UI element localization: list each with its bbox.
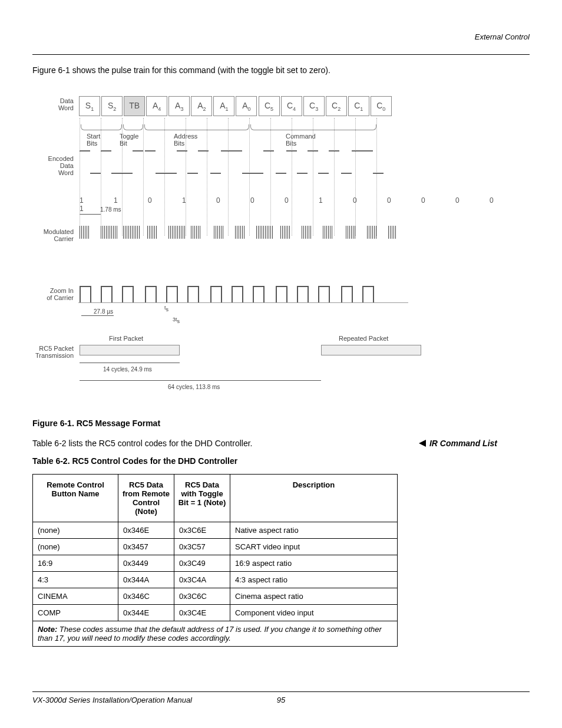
dw-a3: A3 [168, 96, 190, 116]
side-heading-text: IR Command List [429, 439, 497, 448]
packet-time-1: 14 cycles, 24.9 ms [103, 366, 152, 373]
table-row: COMP0x344E0x3C4EComponent video input [33, 605, 398, 621]
dw-c1: C1 [348, 96, 369, 116]
header-section: External Control [32, 32, 530, 41]
packet-row [80, 345, 421, 355]
packet-arrow-2 [80, 380, 321, 381]
label-modulated: Modulated Carrier [32, 228, 74, 242]
data-word-row: S1 S2 TB A4 A3 A2 A1 A0 C5 C4 C3 C2 C1 C… [80, 96, 392, 116]
table-body: (none)0x346E0x3C6ENative aspect ratio (n… [33, 522, 398, 647]
dw-s2: S2 [101, 96, 123, 116]
table-row: 4:30x344A0x3C4A4:3 aspect ratio [33, 572, 398, 588]
table-row: 16:90x34490x3C4916:9 aspect ratio [33, 555, 398, 572]
dw-c3: C3 [303, 96, 325, 116]
zoom-arrow [81, 315, 114, 316]
table-row: (none)0x34570x3C57SCART video input [33, 539, 398, 555]
footer-manual: VX-3000d Series Installation/Operation M… [32, 696, 192, 704]
intro-paragraph: Figure 6-1 shows the pulse train for thi… [32, 65, 530, 75]
th-button: Remote Control Button Name [33, 475, 118, 522]
zoom-baseline [78, 302, 408, 303]
side-heading: IR Command List [419, 439, 497, 448]
dw-s1: S1 [79, 96, 100, 116]
bit-time-arrow [80, 214, 101, 215]
table-caption: Table 6-2. RC5 Control Codes for the DHD… [32, 456, 530, 466]
th-desc: Description [230, 475, 398, 522]
packet-first-label: First Packet [109, 335, 143, 342]
label-packet: RC5 Packet Transmission [32, 345, 74, 359]
packet-repeat-label: Repeated Packet [339, 335, 388, 342]
footer-page: 95 [277, 696, 285, 704]
label-encoded: Encoded Data Word [32, 155, 74, 176]
dw-c5: C5 [259, 96, 280, 116]
table-row: CINEMA0x346C0x3C6CCinema aspect ratio [33, 588, 398, 605]
figure-6-1: Data Word S1 S2 TB A4 A3 A2 A1 A0 C5 C4 … [32, 91, 530, 404]
header-rule [32, 54, 530, 55]
packet-arrow-1 [80, 363, 180, 363]
label-zoom: Zoom In of Carrier [32, 287, 74, 301]
dw-c0: C0 [371, 96, 392, 116]
dw-c2: C2 [326, 96, 347, 116]
dw-tb: TB [124, 96, 145, 116]
dw-a0: A0 [236, 96, 257, 116]
encoded-waveform [80, 150, 386, 183]
dw-c4: C4 [281, 96, 302, 116]
ts3-label: 3ts [173, 317, 180, 324]
carrier-zoom [80, 286, 384, 302]
left-arrow-icon [419, 440, 426, 447]
table-note-row: Note: These codes assume that the defaul… [33, 621, 398, 647]
dw-a2: A2 [191, 96, 212, 116]
zoom-time-label: 27.8 µs [94, 308, 113, 315]
rc5-codes-table: Remote Control Button Name RC5 Data from… [32, 474, 398, 647]
footer: VX-3000d Series Installation/Operation M… [32, 691, 530, 704]
packet-time-2: 64 cycles, 113.8 ms [168, 384, 220, 390]
dw-a1: A1 [213, 96, 234, 116]
note-label: Note: [38, 625, 57, 634]
dw-a4: A4 [146, 96, 167, 116]
bit-time-label: 1.78 ms [100, 206, 121, 213]
encoded-bit-values: 1 1 0 1 0 0 0 1 0 0 0 0 0 1 [80, 196, 530, 213]
table-row: (none)0x346E0x3C6ENative aspect ratio [33, 522, 398, 539]
note-text: These codes assume that the default addr… [38, 625, 382, 643]
th-toggle: RC5 Data with Toggle Bit = 1 (Note) [174, 475, 230, 522]
th-rc5: RC5 Data from Remote Control (Note) [118, 475, 174, 522]
modulated-carrier [80, 226, 396, 239]
figure-caption: Figure 6-1. RC5 Message Format [32, 419, 530, 428]
label-data-word: Data Word [32, 97, 74, 111]
ts-label: ts [164, 305, 168, 312]
